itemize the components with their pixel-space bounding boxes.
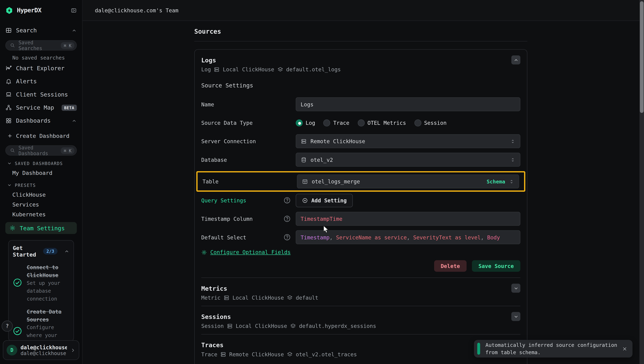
sidebar-collapse-icon[interactable] xyxy=(71,7,77,13)
sidebar-item-label: Search xyxy=(16,27,37,34)
form-actions: Delete Save Source xyxy=(201,260,520,272)
sql-token: ServiceName as service xyxy=(336,234,407,240)
get-started-item-title: Connect to ClickHouse xyxy=(27,264,58,278)
get-started-header[interactable]: Get Started 2/3 xyxy=(13,244,70,258)
toast-message: Automatically inferred source configurat… xyxy=(485,342,622,356)
query-settings-label: Query Settings xyxy=(201,197,283,203)
expand-sessions-button[interactable] xyxy=(511,312,520,321)
help-button[interactable]: ? xyxy=(2,320,13,332)
source-title: Metrics xyxy=(201,284,318,294)
chevron-up-icon[interactable] xyxy=(71,118,77,123)
timestamp-column-input[interactable]: TimestampTime xyxy=(296,212,520,226)
group-label: PRESETS xyxy=(15,183,36,188)
scrollbar-track[interactable] xyxy=(639,0,644,364)
table-row-highlight: Table otel_logs_merge Schema xyxy=(196,171,525,192)
sql-token: Timestamp xyxy=(301,234,330,240)
sql-token: SeverityText as level xyxy=(413,234,481,240)
radio-log[interactable]: Log xyxy=(296,119,315,126)
get-started-item-sources[interactable]: Create Data Sources Configure where your… xyxy=(13,308,70,342)
chart-explorer-icon xyxy=(5,65,12,72)
table-icon xyxy=(302,178,308,184)
server-icon xyxy=(223,295,230,301)
sidebar-item-label: Team Settings xyxy=(20,225,65,231)
chevron-up-icon[interactable] xyxy=(64,248,70,254)
create-dashboard-label: Create Dashboard xyxy=(16,132,70,139)
sidebar-item-search[interactable]: Search xyxy=(5,25,77,36)
sidebar-item-dashboards[interactable]: Dashboards xyxy=(5,115,77,126)
radio-icon xyxy=(323,119,330,126)
group-saved-dashboards[interactable]: SAVED DASHBOARDS xyxy=(5,159,77,168)
get-started-item-connect[interactable]: Connect to ClickHouse Set up your databa… xyxy=(13,263,70,302)
sidebar-item-team-settings[interactable]: Team Settings xyxy=(5,222,77,234)
sidebar-item-services[interactable]: Services xyxy=(5,200,77,209)
default-select-input[interactable]: Timestamp, ServiceName as service, Sever… xyxy=(296,230,520,244)
get-started-item-desc: Configure where your data comes from xyxy=(27,325,57,342)
sidebar-item-my-dashboard[interactable]: My Dashboard xyxy=(5,168,77,177)
source-section-logs: Logs Log Local ClickHouse default.otel_l… xyxy=(195,50,527,278)
radio-otel-metrics[interactable]: OTEL Metrics xyxy=(358,119,406,126)
sidebar-item-alerts[interactable]: Alerts xyxy=(5,76,77,87)
source-section-sessions: Sessions Session Local ClickHouse defaul… xyxy=(195,306,527,334)
source-crumb: Session Local ClickHouse default.hyperdx… xyxy=(201,323,376,329)
radio-label: Trace xyxy=(333,120,349,126)
saved-dashboards-input[interactable]: Saved Dashboards ⌘ K xyxy=(5,145,77,156)
bell-icon xyxy=(5,78,12,84)
table-label: Table xyxy=(203,178,297,184)
source-table: otel_v2.otel_traces xyxy=(296,351,357,358)
sidebar-item-label: Service Map xyxy=(16,104,54,111)
source-title: Sessions xyxy=(201,312,376,322)
radio-label: Log xyxy=(306,120,315,126)
chevron-up-icon[interactable] xyxy=(71,28,77,33)
name-input[interactable]: Logs xyxy=(296,97,520,111)
server-icon xyxy=(301,138,307,144)
radio-session[interactable]: Session xyxy=(414,119,447,126)
toast-notification: Automatically inferred source configurat… xyxy=(474,340,632,358)
sidebar-item-kubernetes[interactable]: Kubernetes xyxy=(5,210,77,219)
database-select[interactable]: otel_v2 xyxy=(296,153,520,166)
collapse-logs-button[interactable] xyxy=(511,56,520,64)
toast-accent-bar xyxy=(477,343,480,355)
select-caret-icon xyxy=(510,138,515,144)
source-table: default xyxy=(296,295,318,301)
add-setting-button[interactable]: Add Setting xyxy=(296,194,353,207)
table-select[interactable]: otel_logs_merge Schema xyxy=(297,174,519,188)
help-circle-icon[interactable] xyxy=(283,234,291,241)
main-area: dale@clickhouse.com's Team Sources Logs … xyxy=(83,0,644,364)
chevron-down-icon xyxy=(513,286,519,291)
get-started-panel: Get Started 2/3 Connect to ClickHouse Se… xyxy=(8,240,74,342)
expand-metrics-button[interactable] xyxy=(511,284,520,293)
add-setting-label: Add Setting xyxy=(311,197,347,203)
default-select-row: Default Select Timestamp, ServiceName as… xyxy=(201,230,520,244)
user-menu[interactable]: D dale@clickhouse.… dale@clickhouse.c… xyxy=(3,340,79,360)
avatar: D xyxy=(7,345,17,356)
delete-button[interactable]: Delete xyxy=(434,260,466,272)
close-icon[interactable] xyxy=(622,346,627,352)
sidebar-item-service-map[interactable]: Service Map BETA xyxy=(5,102,77,113)
name-label: Name xyxy=(201,101,296,107)
scrollbar-thumb[interactable] xyxy=(640,1,644,113)
server-connection-select[interactable]: Remote ClickHouse xyxy=(296,134,520,148)
sidebar-nav: Search Saved Searches ⌘ K No saved searc… xyxy=(0,25,82,342)
source-title: Traces xyxy=(201,340,357,350)
radio-trace[interactable]: Trace xyxy=(323,119,349,126)
radio-label: Session xyxy=(424,120,447,126)
schema-badge[interactable]: Schema xyxy=(487,178,505,184)
create-dashboard-button[interactable]: Create Dashboard xyxy=(5,130,77,141)
sidebar-item-chart-explorer[interactable]: Chart Explorer xyxy=(5,62,77,74)
saved-searches-input[interactable]: Saved Searches ⌘ K xyxy=(5,40,77,50)
configure-optional-fields-link[interactable]: Configure Optional Fields xyxy=(210,249,291,255)
help-circle-icon[interactable] xyxy=(283,197,291,204)
sidebar-item-clickhouse[interactable]: ClickHouse xyxy=(5,190,77,199)
source-data-type-radios: Log Trace OTEL Metrics xyxy=(296,116,520,130)
save-source-button[interactable]: Save Source xyxy=(472,260,520,272)
sidebar-item-client-sessions[interactable]: Client Sessions xyxy=(5,89,77,100)
query-settings-row: Query Settings Add Setting xyxy=(201,193,520,207)
plus-circle-icon xyxy=(302,197,308,203)
group-presets[interactable]: PRESETS xyxy=(5,181,77,189)
help-circle-icon[interactable] xyxy=(283,215,291,222)
sql-token: , xyxy=(407,234,413,240)
source-server: Local ClickHouse xyxy=(232,295,284,301)
app-title: HyperDX xyxy=(17,6,67,14)
source-server: Remote ClickHouse xyxy=(229,351,284,358)
plus-icon xyxy=(7,133,13,138)
